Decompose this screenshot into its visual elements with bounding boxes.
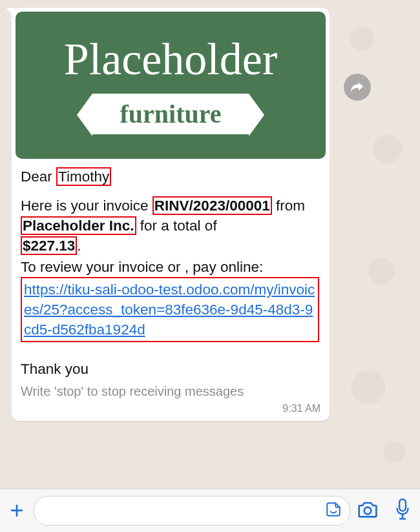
incoming-message-bubble: Placeholder furniture Dear Timothy Here … — [12, 8, 330, 421]
logo-ribbon: furniture — [92, 94, 248, 134]
logo-word-ribbon: furniture — [120, 99, 221, 128]
review-line: To review your invoice or , pay online: … — [21, 257, 320, 342]
camera-icon — [357, 500, 378, 518]
highlight-amount: $227.13 — [21, 236, 77, 255]
highlight-company: Placeholder Inc. — [21, 216, 136, 235]
message-body: Dear Timothy Here is your invoice RINV/2… — [12, 163, 330, 379]
forward-button[interactable] — [344, 74, 371, 101]
highlight-url: https://tiku-sali-odoo-test.odoo.com/my/… — [21, 277, 319, 342]
greeting-prefix: Dear — [21, 169, 56, 185]
camera-button[interactable] — [350, 500, 385, 521]
invoice-line: Here is your invoice RINV/2023/00001 fro… — [21, 196, 320, 256]
forward-icon — [350, 81, 364, 94]
attachment-image[interactable]: Placeholder furniture — [16, 12, 326, 159]
attach-button[interactable]: + — [0, 497, 34, 524]
composer-bar: + — [0, 489, 420, 532]
logo-word-top: Placeholder — [64, 37, 277, 82]
thanks-line: Thank you — [21, 359, 320, 379]
sticker-icon — [325, 501, 342, 518]
opt-out-note: Write 'stop' to stop receiving messages — [12, 384, 330, 399]
message-input[interactable] — [34, 496, 350, 526]
svg-point-0 — [364, 507, 372, 515]
invoice-link[interactable]: https://tiku-sali-odoo-test.odoo.com/my/… — [24, 281, 315, 338]
mic-button[interactable] — [385, 498, 420, 523]
highlight-recipient: Timothy — [56, 167, 111, 186]
plus-icon: + — [10, 497, 23, 524]
sticker-button[interactable] — [325, 501, 342, 520]
mic-icon — [394, 498, 411, 520]
message-timestamp: 9:31 AM — [12, 399, 330, 414]
svg-rect-1 — [399, 499, 406, 511]
greeting-line: Dear Timothy — [21, 167, 320, 187]
highlight-invoice-number: RINV/2023/00001 — [152, 196, 272, 215]
